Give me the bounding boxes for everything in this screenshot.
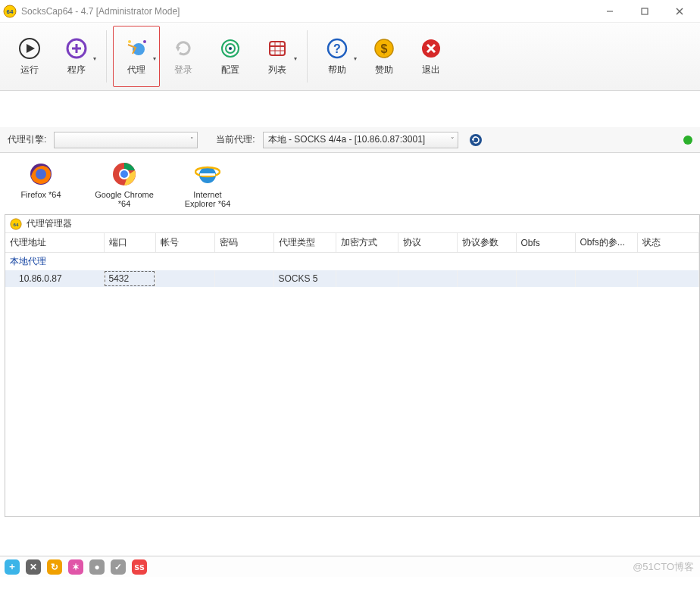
engine-label: 代理引擎:	[8, 133, 46, 146]
shortcut-label: Internet Explorer *64	[177, 190, 238, 208]
chevron-down-icon: ▾	[354, 55, 357, 62]
refresh-proxy-icon[interactable]	[469, 133, 483, 147]
play-icon	[17, 36, 42, 61]
proxy-group-label: 本地代理	[5, 253, 699, 271]
svg-marker-14	[176, 47, 180, 51]
svg-rect-3	[642, 8, 648, 14]
svg-point-30	[470, 134, 482, 146]
col-obfs-args[interactable]: Obfs的参...	[575, 233, 637, 253]
toolbar-login-label: 登录	[174, 64, 192, 76]
cell-obfs	[516, 270, 575, 287]
current-proxy-label: 当前代理:	[216, 133, 255, 146]
toolbar-separator	[307, 30, 308, 83]
cell-account	[155, 270, 214, 287]
toolbar-programs[interactable]: ▾ 程序	[53, 26, 100, 87]
proxy-manager-title: 代理管理器	[27, 217, 72, 230]
shortcut-ie[interactable]: Internet Explorer *64	[177, 160, 238, 208]
proxy-group-row[interactable]: 本地代理	[5, 253, 699, 271]
svg-text:$: $	[381, 42, 388, 55]
toolbar-config-label: 配置	[221, 64, 239, 76]
svg-point-13	[143, 40, 146, 43]
settings-small-icon[interactable]: ✶	[68, 559, 83, 575]
chevron-down-icon: ▾	[93, 55, 96, 62]
proxy-table-container: 代理地址 端口 帐号 密码 代理类型 加密方式 协议 协议参数 Obfs Obf…	[5, 233, 699, 516]
cell-status	[637, 270, 699, 287]
status-indicator	[683, 136, 692, 145]
toolbar-list[interactable]: ▾ 列表	[254, 26, 301, 87]
toolbar-login[interactable]: 登录	[160, 26, 207, 87]
shortcut-chrome[interactable]: Google Chrome *64	[94, 160, 155, 208]
close-button[interactable]	[662, 0, 697, 23]
check-icon[interactable]: ✓	[111, 559, 126, 575]
tag-icon[interactable]: ●	[89, 559, 105, 575]
col-obfs[interactable]: Obfs	[516, 233, 575, 253]
calendar-grid-icon	[265, 36, 289, 61]
cell-protocol-args	[457, 270, 516, 287]
svg-rect-39	[200, 173, 215, 176]
col-password[interactable]: 密码	[214, 233, 273, 253]
col-status[interactable]: 状态	[637, 233, 699, 253]
shortcut-firefox[interactable]: Firefox *64	[11, 160, 71, 208]
svg-point-12	[128, 40, 131, 43]
svg-point-33	[36, 169, 46, 179]
toolbar-run[interactable]: 运行	[6, 26, 53, 87]
shortcut-area: Firefox *64 Google Chrome *64 Internet E…	[0, 153, 700, 213]
remove-icon[interactable]: ✕	[26, 559, 41, 575]
toolbar-list-label: 列表	[268, 64, 286, 76]
col-protocol-args[interactable]: 协议参数	[457, 233, 516, 253]
dollar-coin-icon: $	[372, 36, 396, 61]
watermark: @51CTO博客	[633, 560, 694, 574]
chevron-down-icon: ▾	[294, 55, 297, 62]
refresh-small-icon[interactable]: ↻	[47, 559, 62, 575]
svg-point-36	[120, 170, 128, 178]
svg-marker-7	[27, 44, 35, 53]
minimize-button[interactable]	[592, 0, 627, 23]
col-account[interactable]: 帐号	[155, 233, 214, 253]
toolbar: 运行 ▾ 程序 ▾ 代理 登录 配置	[0, 23, 700, 91]
chevron-down-icon: ˅	[451, 136, 455, 144]
svg-rect-18	[270, 42, 285, 55]
table-row[interactable]: 10.86.0.87 5432 SOCKS 5	[5, 270, 699, 287]
ss-icon[interactable]: ss	[132, 559, 147, 575]
col-type[interactable]: 代理类型	[273, 233, 336, 253]
engine-combo[interactable]: ˅	[54, 132, 198, 148]
toolbar-exit[interactable]: 退出	[408, 26, 455, 87]
globe-network-icon	[124, 36, 148, 61]
col-port[interactable]: 端口	[104, 233, 155, 253]
shortcut-label: Firefox *64	[20, 190, 61, 199]
toolbar-proxy-label: 代理	[127, 64, 145, 76]
table-header-row: 代理地址 端口 帐号 密码 代理类型 加密方式 协议 协议参数 Obfs Obf…	[5, 233, 699, 253]
toolbar-proxy[interactable]: ▾ 代理	[113, 26, 160, 87]
chevron-down-icon: ▾	[153, 55, 156, 62]
toolbar-help[interactable]: ? ▾ 帮助	[314, 26, 361, 87]
toolbar-separator	[106, 30, 107, 83]
help-icon: ?	[325, 36, 349, 61]
add-icon[interactable]: ＋	[5, 559, 20, 575]
maximize-button[interactable]	[627, 0, 662, 23]
toolbar-sponsor[interactable]: $ 赞助	[361, 26, 408, 87]
toolbar-programs-label: 程序	[67, 64, 86, 76]
proxy-manager-panel: 64 代理管理器 代理地址 端口 帐号 密码 代理类型 加密方式 协议 协议参数	[5, 214, 700, 517]
cell-obfs-args	[575, 270, 637, 287]
titlebar: 64 SocksCap64 - 4.7 [Administrator Mode]	[0, 0, 700, 23]
bottom-icon-strip: ＋ ✕ ↻ ✶ ● ✓ ss	[0, 556, 700, 577]
proxy-manager-title-bar: 64 代理管理器	[5, 215, 699, 233]
plus-circle-icon	[64, 36, 89, 61]
window-controls	[592, 0, 697, 23]
toolbar-help-label: 帮助	[328, 64, 346, 76]
window-title: SocksCap64 - 4.7 [Administrator Mode]	[21, 6, 180, 17]
firefox-icon	[27, 160, 55, 188]
col-encrypt[interactable]: 加密方式	[336, 233, 398, 253]
toolbar-exit-label: 退出	[422, 64, 440, 76]
svg-text:?: ?	[333, 42, 341, 55]
cell-encrypt	[336, 270, 398, 287]
app-icon: 64	[3, 5, 17, 18]
shortcut-label: Google Chrome *64	[94, 190, 155, 208]
current-proxy-combo[interactable]: 本地 - SOCKS 4/4a - [10.86.0.87:3001] ˅	[263, 132, 458, 148]
proxy-table: 代理地址 端口 帐号 密码 代理类型 加密方式 协议 协议参数 Obfs Obf…	[5, 233, 699, 287]
toolbar-run-label: 运行	[20, 64, 39, 76]
toolbar-config[interactable]: 配置	[207, 26, 254, 87]
svg-text:64: 64	[7, 8, 14, 15]
col-protocol[interactable]: 协议	[398, 233, 457, 253]
col-address[interactable]: 代理地址	[5, 233, 104, 253]
